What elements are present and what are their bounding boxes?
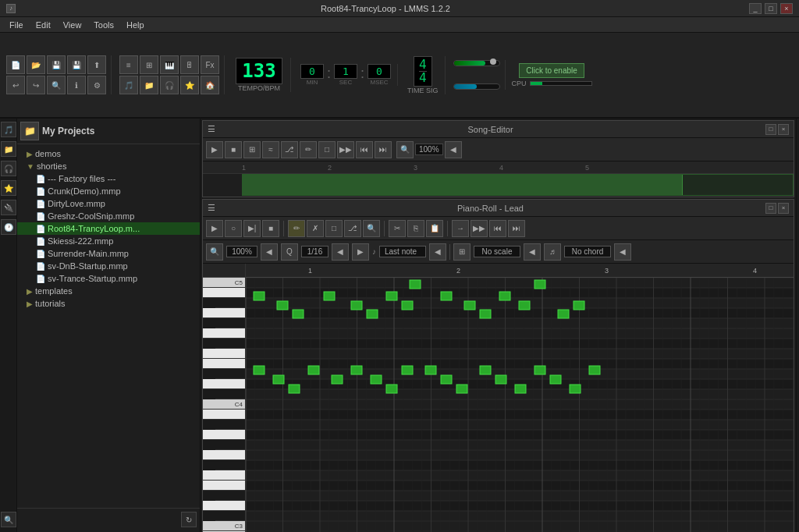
pr-play-button[interactable]: ▶	[206, 220, 223, 237]
instrument-plugins-btn[interactable]: 🎵	[119, 76, 138, 94]
piano-key-Db4[interactable]	[215, 511, 245, 521]
piano-key-F4[interactable]	[203, 470, 245, 481]
pr-quantize-up-btn[interactable]: ▶	[352, 243, 369, 261]
piano-key-Gb4[interactable]	[215, 460, 245, 470]
song-fwd-button[interactable]: ⏭	[375, 141, 392, 158]
song-play-button[interactable]: ▶	[206, 141, 223, 158]
pr-detuning-button[interactable]: ⎇	[344, 220, 361, 237]
menu-help[interactable]: Help	[120, 19, 151, 31]
sidebar-item-demos[interactable]: ▶ demos	[17, 147, 200, 160]
piano-key-Db5[interactable]	[215, 389, 245, 399]
cpu-enable-button[interactable]: Click to enable	[519, 63, 584, 78]
sidebar-item-svtrance[interactable]: 📄 sv-Trance-Startup.mmp	[17, 272, 200, 285]
menu-view[interactable]: View	[57, 19, 88, 31]
my-projects-icon[interactable]: 📁	[1, 141, 16, 157]
tempo-display[interactable]: 133	[236, 58, 282, 84]
sidebar-item-dirtylove[interactable]: 📄 DirtyLove.mmp	[17, 197, 200, 210]
search-button[interactable]: 🔍	[47, 76, 66, 94]
sidebar-item-tutorials[interactable]: ▶ tutorials	[17, 297, 200, 310]
mixer-btn[interactable]: 🎚	[180, 55, 199, 74]
song-zoom-icon[interactable]: 🔍	[396, 141, 414, 158]
time-msec[interactable]: 0	[368, 64, 391, 79]
pr-shift-right-button[interactable]: →	[452, 220, 469, 237]
piano-key-D4[interactable]	[203, 501, 245, 511]
song-editor-close[interactable]: ×	[778, 124, 789, 135]
menu-edit[interactable]: Edit	[30, 19, 57, 31]
piano-key-Eb4[interactable]	[215, 491, 245, 501]
settings-button[interactable]: ⚙	[87, 76, 106, 94]
piano-key-C5[interactable]: C5	[203, 278, 245, 288]
my-samples-btn[interactable]: 🎧	[160, 76, 179, 94]
pr-quantize-down-btn[interactable]: ◀	[332, 243, 349, 261]
refresh-button[interactable]: ↻	[181, 512, 197, 527]
piano-roll-btn[interactable]: 🎹	[160, 55, 179, 74]
new-file-button[interactable]: 📄	[6, 55, 25, 74]
piano-key-G4[interactable]	[203, 450, 245, 460]
song-erase-button[interactable]: □	[318, 141, 336, 158]
pr-rewind-button[interactable]: ⏮	[489, 220, 506, 237]
save-as-button[interactable]: 💾	[67, 55, 86, 74]
pr-quantize-icon[interactable]: Q	[281, 243, 298, 261]
song-wave-button[interactable]: ≈	[262, 141, 279, 158]
time-min[interactable]: 0	[300, 64, 324, 79]
piano-key-C4[interactable]: C4	[203, 399, 245, 410]
time-sec[interactable]: 1	[334, 64, 357, 79]
pr-record-while-play-button[interactable]: ▶|	[243, 220, 261, 237]
song-draw-button[interactable]: ✏	[300, 141, 317, 158]
volume-slider-knob[interactable]	[490, 59, 496, 65]
pr-zoom-down-btn[interactable]: ◀	[261, 243, 278, 261]
piano-key-E4[interactable]	[203, 481, 245, 491]
pr-scale-icon[interactable]: ⊞	[453, 243, 471, 261]
sidebar-item-factory[interactable]: 📄 --- Factory files ---	[17, 172, 200, 185]
pr-fwd-button[interactable]: ⏭	[508, 220, 525, 237]
song-zoom-down-button[interactable]: ◀	[445, 141, 462, 158]
sidebar-item-crunk[interactable]: 📄 Crunk(Demo).mmp	[17, 185, 200, 197]
sidebar-item-surrender[interactable]: 📄 Surrender-Main.mmp	[17, 247, 200, 260]
my-projects-btn[interactable]: 📁	[140, 76, 158, 94]
search-icon[interactable]: 🔍	[1, 512, 16, 527]
pr-select-button[interactable]: □	[325, 220, 343, 237]
my-home-btn[interactable]: 🏠	[201, 76, 219, 94]
undo-button[interactable]: ↩	[6, 76, 25, 94]
song-skip-fwd-button[interactable]: ▶▶	[337, 141, 354, 158]
song-editor-menu-icon[interactable]: ☰	[208, 124, 215, 134]
pr-menu-icon[interactable]: ☰	[208, 203, 215, 213]
pr-zoom-in-button[interactable]: 🔍	[206, 243, 223, 261]
pr-note-len-value[interactable]: Last note	[379, 246, 426, 257]
save-file-button[interactable]: 💾	[47, 55, 66, 74]
song-editor-btn[interactable]: ≡	[119, 55, 138, 74]
fx-chain-btn[interactable]: Fx	[201, 55, 219, 74]
maximize-button[interactable]: □	[765, 3, 777, 14]
pr-scale-down-btn[interactable]: ◀	[524, 243, 541, 261]
pr-cut-button[interactable]: ✂	[389, 220, 406, 237]
sidebar-item-greshz[interactable]: 📄 Greshz-CoolSnip.mmp	[17, 210, 200, 222]
piano-key-G5[interactable]	[203, 328, 245, 339]
piano-key-C3[interactable]: C3	[203, 521, 245, 531]
minimize-button[interactable]: _	[749, 3, 762, 14]
piano-key-Ab5[interactable]	[215, 318, 245, 328]
piano-key-Eb5[interactable]	[215, 369, 245, 379]
sidebar-item-root84[interactable]: 📄 Root84-TrancyLoop.m...	[17, 222, 200, 235]
timesig-display[interactable]: 4 4	[414, 56, 432, 87]
pr-grid[interactable]: 1 2 3 4	[246, 264, 794, 532]
info-button[interactable]: ℹ	[67, 76, 86, 94]
my-presets-btn[interactable]: ⭐	[180, 76, 199, 94]
export-button[interactable]: ⬆	[87, 55, 106, 74]
sidebar-item-svdnb[interactable]: 📄 sv-DnB-Startup.mmp	[17, 260, 200, 272]
open-file-button[interactable]: 📂	[27, 55, 45, 74]
recent-icon[interactable]: 🕐	[1, 219, 16, 235]
pr-paste-button[interactable]: 📋	[426, 220, 443, 237]
my-presets-icon[interactable]: ⭐	[1, 180, 16, 196]
sidebar-item-shorties[interactable]: ▼ shorties	[17, 160, 200, 172]
piano-key-B5[interactable]	[203, 288, 245, 298]
piano-key-Gb5[interactable]	[215, 339, 245, 349]
instruments-icon[interactable]: 🎵	[1, 122, 16, 137]
pr-skip-end-button[interactable]: ▶▶	[471, 220, 488, 237]
pr-stop-button[interactable]: ■	[262, 220, 279, 237]
close-button[interactable]: ×	[780, 3, 793, 14]
piano-key-Bb5[interactable]	[215, 298, 245, 308]
piano-key-F5[interactable]	[203, 349, 245, 359]
song-stop-button[interactable]: ■	[225, 141, 242, 158]
song-mode-button[interactable]: ⎇	[281, 141, 298, 158]
pr-erase-button[interactable]: ✗	[307, 220, 324, 237]
